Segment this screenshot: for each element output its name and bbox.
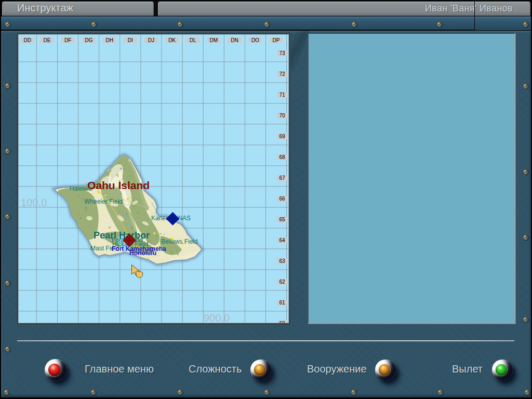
- svg-text:66: 66: [279, 196, 285, 202]
- svg-text:67: 67: [279, 175, 285, 181]
- svg-text:69: 69: [279, 134, 285, 139]
- svg-text:DG: DG: [85, 37, 92, 43]
- svg-text:70: 70: [279, 113, 285, 118]
- svg-text:DH: DH: [106, 37, 113, 43]
- svg-text:65: 65: [279, 217, 285, 222]
- svg-text:64: 64: [279, 237, 285, 243]
- svg-text:DN: DN: [231, 37, 238, 43]
- svg-text:Honolulu: Honolulu: [129, 249, 156, 257]
- svg-text:DE: DE: [44, 37, 51, 43]
- svg-text:DD: DD: [23, 37, 31, 43]
- svg-text:DJ: DJ: [148, 37, 154, 43]
- svg-text:100.0: 100.0: [21, 197, 47, 208]
- svg-text:63: 63: [279, 258, 285, 264]
- svg-text:DK: DK: [168, 37, 176, 43]
- svg-text:72: 72: [279, 71, 285, 77]
- svg-text:Wheeler Field: Wheeler Field: [84, 198, 123, 205]
- svg-text:DM: DM: [210, 37, 218, 43]
- svg-text:Oahu Island: Oahu Island: [87, 179, 150, 191]
- svg-text:DO: DO: [251, 37, 259, 43]
- svg-text:DP: DP: [273, 37, 280, 43]
- svg-text:DI: DI: [128, 37, 133, 43]
- svg-text:DF: DF: [64, 37, 71, 43]
- svg-text:DL: DL: [190, 37, 196, 43]
- svg-text:900.0: 900.0: [204, 312, 230, 324]
- svg-text:68: 68: [279, 154, 285, 160]
- svg-text:62: 62: [279, 279, 285, 285]
- svg-text:61: 61: [279, 300, 285, 305]
- svg-text:73: 73: [279, 50, 285, 56]
- svg-text:71: 71: [279, 92, 285, 98]
- svg-text:Haleiwa: Haleiwa: [70, 185, 92, 192]
- svg-text:Bellows Field: Bellows Field: [161, 238, 198, 245]
